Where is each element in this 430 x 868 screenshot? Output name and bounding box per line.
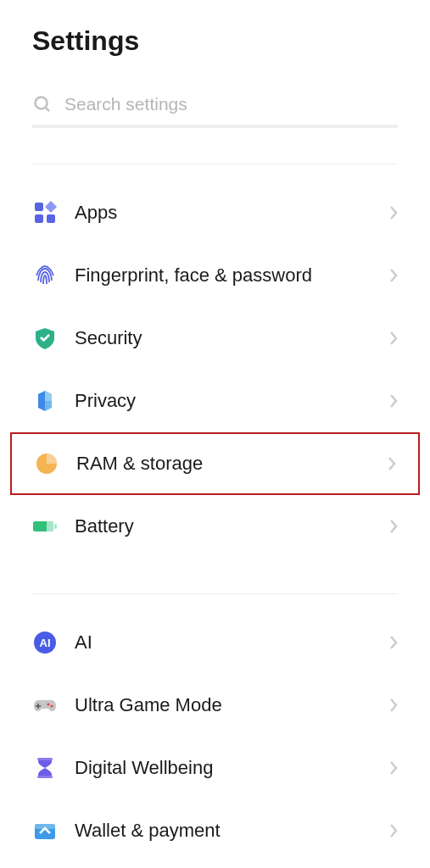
svg-line-1 [46,108,49,111]
shield-icon [32,326,58,351]
storage-icon [34,451,59,476]
battery-icon [32,514,58,539]
chevron-right-icon [389,519,398,534]
chevron-right-icon [389,205,398,220]
svg-rect-17 [36,705,41,707]
svg-rect-7 [54,524,57,529]
settings-item-label: Apps [75,202,389,224]
settings-item-label: Ultra Game Mode [75,694,389,716]
settings-item-label: Battery [75,515,389,537]
fingerprint-icon [32,263,58,288]
page-title: Settings [0,0,430,74]
hourglass-icon [32,755,58,781]
chevron-right-icon [388,456,396,471]
svg-text:AI: AI [40,637,51,649]
svg-rect-21 [37,776,53,778]
settings-item-wallet-payment[interactable]: Wallet & payment [0,799,430,862]
apps-icon [32,200,58,225]
svg-point-0 [36,97,47,109]
settings-item-label: Wallet & payment [75,820,389,842]
privacy-icon [32,388,58,414]
search-input[interactable] [64,94,398,114]
chevron-right-icon [389,760,398,776]
settings-section-2: AI AI Ultra Game Mode [0,594,430,862]
settings-item-security[interactable]: Security [0,307,430,370]
svg-rect-3 [47,214,55,223]
wallet-icon [32,818,58,843]
settings-section-1: Apps Fingerprint, face & password [0,164,430,558]
settings-item-ram-storage[interactable]: RAM & storage [10,432,420,495]
svg-point-19 [51,705,53,708]
settings-item-label: RAM & storage [76,453,388,475]
svg-rect-20 [37,758,53,760]
svg-point-18 [47,704,50,706]
settings-item-digital-wellbeing[interactable]: Digital Wellbeing [0,737,430,799]
settings-item-label: Digital Wellbeing [75,757,389,779]
settings-item-apps[interactable]: Apps [0,181,430,244]
ai-icon: AI [32,630,58,655]
settings-item-label: Privacy [75,390,389,412]
gamepad-icon [32,693,58,718]
settings-item-privacy[interactable]: Privacy [0,370,430,432]
chevron-right-icon [389,823,398,838]
chevron-right-icon [389,635,398,650]
settings-item-ultra-game-mode[interactable]: Ultra Game Mode [0,674,430,737]
chevron-right-icon [389,331,398,346]
settings-item-label: AI [75,632,389,654]
chevron-right-icon [389,268,398,283]
search-icon [32,94,53,114]
settings-item-battery[interactable]: Battery [0,495,430,558]
settings-item-ai[interactable]: AI AI [0,611,430,674]
settings-item-label: Fingerprint, face & password [75,264,389,287]
settings-item-fingerprint[interactable]: Fingerprint, face & password [0,244,430,307]
search-wrapper [32,89,398,128]
svg-rect-4 [35,214,43,223]
settings-item-label: Security [75,327,389,349]
chevron-right-icon [389,393,398,409]
svg-rect-2 [35,203,43,211]
chevron-right-icon [389,698,398,713]
search-bar[interactable] [32,89,398,125]
search-underline [32,125,398,128]
